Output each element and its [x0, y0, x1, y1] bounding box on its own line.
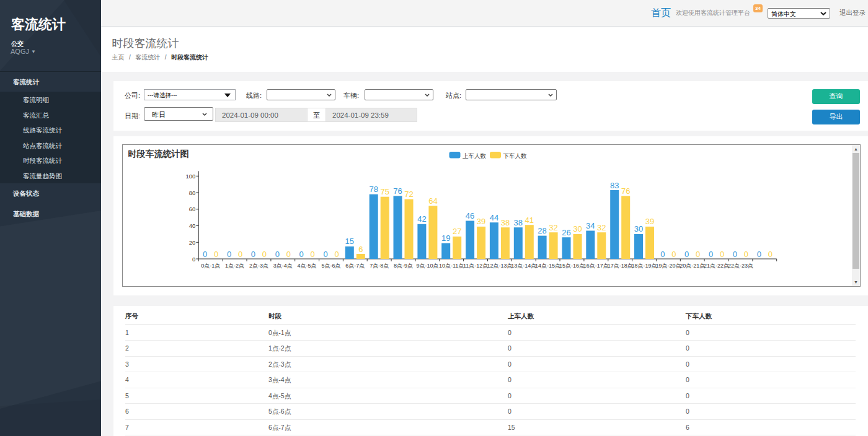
svg-text:10点-11点: 10点-11点: [439, 263, 464, 269]
svg-text:8点-9点: 8点-9点: [394, 263, 413, 269]
svg-text:15: 15: [345, 237, 354, 246]
svg-text:26: 26: [562, 228, 570, 237]
svg-text:9点-10点: 9点-10点: [416, 263, 438, 269]
svg-text:44: 44: [490, 213, 498, 222]
svg-text:0点-1点: 0点-1点: [201, 263, 220, 269]
svg-text:22点-23点: 22点-23点: [728, 263, 753, 269]
svg-text:0: 0: [334, 250, 339, 259]
svg-text:14点-15点: 14点-15点: [535, 263, 560, 269]
svg-text:46: 46: [466, 211, 474, 220]
svg-text:15点-16点: 15点-16点: [559, 263, 585, 269]
svg-text:0: 0: [733, 250, 737, 259]
svg-text:0: 0: [720, 250, 724, 259]
svg-text:28: 28: [538, 226, 546, 235]
svg-text:27: 27: [453, 227, 461, 236]
svg-text:上车人数: 上车人数: [463, 152, 487, 159]
svg-text:20: 20: [189, 239, 196, 246]
svg-text:76: 76: [393, 186, 402, 196]
svg-text:0: 0: [684, 250, 689, 259]
svg-text:0: 0: [286, 250, 291, 259]
svg-text:0: 0: [262, 250, 267, 259]
svg-text:42: 42: [417, 214, 426, 224]
svg-text:41: 41: [525, 216, 534, 225]
svg-text:40: 40: [189, 222, 196, 229]
svg-text:76: 76: [621, 186, 630, 196]
svg-text:0: 0: [671, 250, 676, 259]
svg-text:1点-2点: 1点-2点: [225, 263, 244, 269]
svg-text:80: 80: [189, 190, 196, 196]
svg-text:12点-13点: 12点-13点: [487, 263, 512, 269]
svg-text:78: 78: [369, 185, 378, 194]
svg-text:0: 0: [757, 250, 761, 259]
svg-text:19点-20点: 19点-20点: [655, 263, 681, 269]
svg-text:18点-19点: 18点-19点: [631, 263, 657, 269]
svg-text:0: 0: [323, 250, 327, 259]
svg-text:0: 0: [696, 250, 700, 259]
svg-text:0: 0: [744, 250, 748, 259]
svg-text:0: 0: [709, 250, 713, 259]
svg-text:13点-14点: 13点-14点: [511, 263, 536, 269]
svg-text:19: 19: [441, 233, 450, 243]
svg-text:0: 0: [275, 250, 280, 259]
svg-text:38: 38: [514, 218, 523, 227]
svg-text:32: 32: [549, 223, 557, 232]
svg-text:34: 34: [586, 221, 595, 230]
svg-text:0: 0: [203, 250, 207, 259]
svg-text:21点-22点: 21点-22点: [704, 263, 729, 269]
svg-text:11点-12点: 11点-12点: [463, 263, 488, 269]
svg-text:0: 0: [660, 250, 665, 259]
svg-text:39: 39: [645, 217, 654, 226]
svg-text:0: 0: [238, 250, 242, 259]
svg-text:60: 60: [189, 206, 196, 212]
svg-text:16点-17点: 16点-17点: [583, 263, 609, 269]
svg-text:6点-7点: 6点-7点: [345, 263, 365, 269]
svg-text:0: 0: [251, 250, 255, 259]
svg-text:100: 100: [185, 173, 195, 180]
svg-text:2点-3点: 2点-3点: [249, 263, 268, 269]
svg-text:4点-5点: 4点-5点: [298, 263, 317, 269]
svg-text:20点-21点: 20点-21点: [680, 263, 705, 269]
svg-text:0: 0: [214, 250, 218, 259]
svg-text:17点-18点: 17点-18点: [608, 263, 633, 269]
svg-text:6: 6: [358, 245, 363, 254]
svg-text:30: 30: [573, 224, 582, 233]
svg-text:0: 0: [299, 250, 303, 259]
svg-text:75: 75: [380, 187, 389, 196]
svg-text:0: 0: [227, 250, 231, 259]
svg-text:38: 38: [501, 218, 510, 227]
svg-text:39: 39: [477, 217, 485, 226]
svg-text:下车人数: 下车人数: [503, 152, 528, 159]
svg-text:7点-8点: 7点-8点: [370, 263, 389, 269]
svg-text:5点-6点: 5点-6点: [321, 263, 340, 269]
svg-text:3点-4点: 3点-4点: [273, 263, 293, 269]
svg-text:72: 72: [404, 190, 413, 199]
svg-text:30: 30: [634, 224, 643, 233]
svg-text:0: 0: [768, 250, 773, 259]
svg-text:0: 0: [192, 256, 195, 263]
svg-text:83: 83: [610, 181, 619, 190]
svg-text:64: 64: [428, 196, 437, 206]
svg-text:0: 0: [310, 250, 314, 259]
svg-text:32: 32: [597, 223, 606, 232]
